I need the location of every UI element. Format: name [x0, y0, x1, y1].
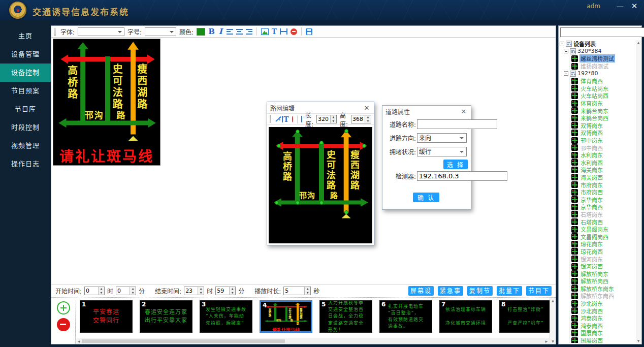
close-button[interactable]: ✕: [629, 1, 640, 11]
text-tool-icon[interactable]: T: [272, 27, 277, 36]
playlist-tile-diagram[interactable]: 4 高桥路 史可法路 瘦西湖路 邗沟 路 请礼让斑马线: [260, 300, 312, 333]
node-handle[interactable]: [275, 201, 279, 205]
save-icon[interactable]: [306, 28, 312, 35]
font-select[interactable]: [78, 27, 124, 36]
dialog-close-icon[interactable]: ✕: [460, 108, 468, 115]
tree-device-item[interactable]: 石塔岗西: [571, 218, 635, 226]
save-icon[interactable]: [301, 116, 302, 122]
add-program-button[interactable]: [57, 301, 70, 314]
tree-device-item[interactable]: 国展岗东: [571, 329, 635, 337]
fit-width-icon[interactable]: [280, 28, 287, 35]
tree-device-item[interactable]: 银河岗西: [571, 263, 635, 270]
tree-scrollbar[interactable]: ▲▼: [636, 40, 641, 343]
detector-input[interactable]: [417, 171, 507, 181]
playlist-tile[interactable]: 6 扎实开展电动车“百日整治”，有效预防道路交通事故。: [379, 300, 432, 333]
playlist-horizontal-scrollbar[interactable]: ◀▶: [76, 338, 549, 344]
node-handle[interactable]: [296, 130, 300, 134]
select-detector-button[interactable]: 选 择: [443, 160, 468, 169]
sidebar-item-视频管理[interactable]: 视频管理: [0, 137, 51, 155]
playlist-tile[interactable]: 2 春运安全连万家出行平安靠大家: [140, 300, 192, 333]
tree-device-item[interactable]: 海关岗东: [571, 166, 635, 174]
draw-road-icon[interactable]: [275, 116, 276, 122]
tree-device-item[interactable]: 海关岗西: [571, 174, 635, 181]
tree-device-item[interactable]: 邗中岗东: [571, 137, 635, 144]
size-select[interactable]: [145, 27, 176, 36]
sidebar-item-节目库[interactable]: 节目库: [0, 100, 51, 118]
node-handle[interactable]: [344, 210, 348, 214]
height-spinner[interactable]: ▲▼: [351, 115, 371, 123]
sidebar-item-主页[interactable]: 主页: [0, 27, 51, 45]
network-edit-diagram[interactable]: 高桥路 史可法路 瘦西湖路 邗沟 路: [270, 128, 371, 220]
road-direction-select[interactable]: 来向: [417, 133, 467, 143]
device-search-input[interactable]: [560, 27, 644, 37]
tree-device-item[interactable]: 水利岗东: [571, 151, 635, 159]
collapse-icon[interactable]: [564, 71, 568, 76]
align-right-icon[interactable]: [246, 29, 252, 35]
duration-spinner[interactable]: ▲▼: [283, 287, 311, 295]
tree-device-item[interactable]: 京华岗东: [571, 196, 635, 203]
tree-device-item[interactable]: 京华岗西: [571, 203, 635, 211]
toolbar-grip-icon[interactable]: [54, 28, 56, 36]
align-left-icon[interactable]: [227, 29, 233, 35]
sidebar-item-设备管理[interactable]: 设备管理: [0, 45, 51, 64]
tree-device-item[interactable]: 火车站岗东: [571, 85, 635, 92]
insert-image-icon[interactable]: [261, 28, 269, 35]
tree-device-item[interactable]: 石塔岗东: [571, 211, 635, 218]
align-center-icon[interactable]: [236, 29, 243, 35]
tree-device-item[interactable]: 维扬岗测试: [571, 62, 635, 70]
dialog-close-icon[interactable]: ✕: [363, 104, 371, 112]
node-handle[interactable]: [277, 144, 281, 148]
node-handle[interactable]: [319, 141, 324, 145]
stop-icon[interactable]: [291, 28, 297, 35]
sidebar-item-节目预案[interactable]: 节目预案: [0, 82, 51, 100]
start-minute-spinner[interactable]: ▲▼: [116, 287, 136, 295]
sidebar-item-设备控制[interactable]: 设备控制: [0, 64, 51, 82]
playlist-tile[interactable]: 7 依法治理非标车辆 净化城市交通环境: [439, 300, 492, 333]
tree-device-item[interactable]: 邗中岗西: [571, 144, 635, 151]
italic-button[interactable]: I: [218, 27, 223, 36]
tree-device-item[interactable]: 水利岗西: [571, 159, 635, 167]
action-button[interactable]: 复制节目: [467, 286, 493, 296]
tree-device-item[interactable]: 鸿泰岗西: [571, 322, 635, 330]
tree-device-item[interactable]: 解放桥岗西: [571, 277, 635, 285]
dialog-titlebar[interactable]: 路网编辑 ✕: [267, 102, 374, 113]
start-hour-spinner[interactable]: ▲▼: [84, 287, 105, 295]
tree-device-item[interactable]: 体育岗东: [571, 100, 635, 107]
stop-icon[interactable]: [292, 116, 293, 122]
action-button[interactable]: 批量下发: [497, 286, 522, 296]
node-handle[interactable]: [344, 129, 348, 133]
tree-group-row[interactable]: 320*384: [564, 48, 635, 55]
current-user[interactable]: adm: [587, 3, 600, 10]
tree-device-item[interactable]: 双博岗东: [571, 122, 635, 130]
remove-program-button[interactable]: [57, 318, 70, 331]
road-tool-icon[interactable]: [279, 116, 280, 122]
tree-group-row[interactable]: 192*80: [564, 70, 635, 77]
tree-device-item[interactable]: 体育岗西: [571, 77, 635, 85]
tree-device-item[interactable]: 沙北岗西: [571, 307, 635, 314]
tree-root-row[interactable]: 设备列表: [560, 40, 635, 48]
collapse-icon[interactable]: [564, 49, 568, 53]
tree-device-item[interactable]: 来鹤台岗西: [571, 114, 635, 122]
action-button[interactable]: 紧急事件: [438, 286, 463, 296]
tree-device-item[interactable]: 双博岗西: [571, 129, 635, 137]
end-minute-spinner[interactable]: ▲▼: [215, 287, 236, 295]
sidebar-item-时段控制[interactable]: 时段控制: [0, 118, 51, 137]
playlist-tile[interactable]: 8 打击整治“炸街” 严查严控“机车”: [499, 300, 550, 333]
color-swatch[interactable]: [197, 28, 205, 36]
tree-device-item[interactable]: 文昌阁岗东: [571, 226, 635, 233]
confirm-button[interactable]: 确 认: [413, 193, 439, 202]
tree-device-item[interactable]: 火车站岗西: [571, 92, 635, 100]
tree-device-item[interactable]: 沙北岗东: [571, 300, 635, 307]
collapse-icon[interactable]: [560, 42, 564, 46]
playlist-vertical-scrollbar[interactable]: ▲▼: [550, 298, 556, 344]
congestion-select[interactable]: 缓行: [417, 147, 467, 156]
tree-device-item[interactable]: 银河岗东: [571, 255, 635, 263]
network-edit-canvas[interactable]: 高桥路 史可法路 瘦西湖路 邗沟 路: [269, 127, 372, 243]
scrollbar-thumb[interactable]: [82, 339, 285, 343]
length-spinner[interactable]: ▲▼: [316, 115, 337, 123]
tree-device-item[interactable]: 来鹤台岗东: [571, 107, 635, 114]
tree-device-item[interactable]: 解放桥东岗东: [571, 285, 635, 293]
playlist-tile[interactable]: 1 平安春运交警同行: [80, 300, 133, 333]
sidebar-item-操作日志[interactable]: 操作日志: [0, 155, 51, 173]
node-handle[interactable]: [362, 144, 366, 148]
